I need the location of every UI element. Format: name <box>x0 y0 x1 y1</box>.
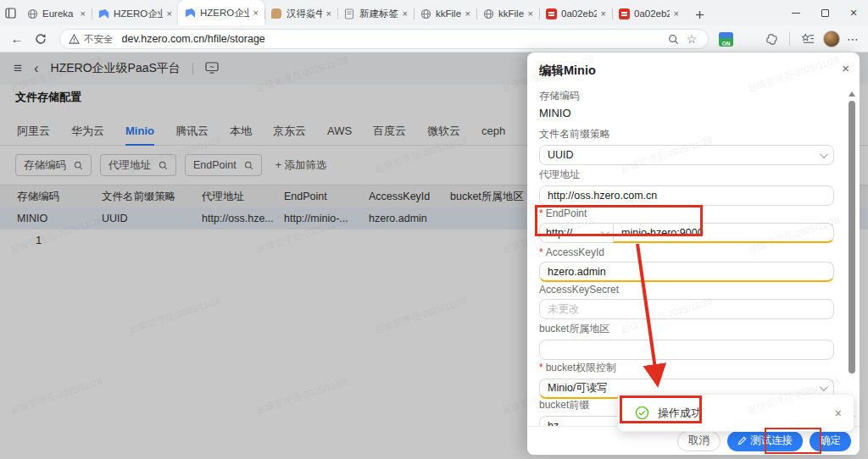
ok-button[interactable]: 确定 <box>810 431 851 451</box>
browser-tab[interactable]: Eureka × <box>20 2 92 25</box>
toast-message: 操作成功 <box>658 406 835 421</box>
field-label: 存储编码 <box>539 90 580 102</box>
extensions-icon[interactable] <box>760 33 783 46</box>
zoom-icon[interactable] <box>664 34 682 45</box>
access-key-id-input[interactable] <box>539 262 834 282</box>
browser-menu-icon[interactable]: ⋯ <box>843 32 863 46</box>
tab-title: 汉得焱牛开 <box>287 8 322 20</box>
minimize-button[interactable] <box>782 0 810 25</box>
prefix-policy-select[interactable]: UUID <box>539 145 834 165</box>
field-label: bucket前缀 <box>539 399 589 411</box>
browser-tab-active[interactable]: HZERO企业 × <box>178 0 264 25</box>
field-proxy-address: 代理地址 <box>539 168 834 206</box>
extension-on-badge[interactable]: ON <box>719 32 733 47</box>
handy-favicon <box>270 8 282 19</box>
close-tab-icon[interactable]: × <box>253 8 259 18</box>
pdf-favicon <box>545 8 557 19</box>
page-favicon <box>343 8 355 19</box>
drawer-close-icon[interactable]: × <box>842 61 849 75</box>
maximize-button[interactable] <box>810 0 839 25</box>
profile-avatar[interactable] <box>823 30 840 47</box>
tab-actions-menu-icon[interactable] <box>0 0 20 25</box>
chevron-down-icon <box>820 383 828 391</box>
toolbar-divider <box>789 32 790 46</box>
tab-title: 新建标签页 <box>359 8 398 20</box>
url-text[interactable]: dev.hzero.com.cn/hfile/storage <box>122 33 665 45</box>
drawer-scrollbar[interactable] <box>847 90 857 421</box>
close-tab-icon[interactable]: × <box>167 8 172 19</box>
close-tab-icon[interactable]: × <box>528 8 533 19</box>
field-bucket-region: bucket所属地区 <box>539 322 834 360</box>
close-tab-icon[interactable]: × <box>465 8 470 19</box>
browser-tab[interactable]: 0a02eb22 × <box>612 2 685 25</box>
window-controls: × <box>782 0 868 25</box>
hzero-favicon <box>184 7 196 19</box>
field-access-key-id: *AccessKeyId <box>539 246 834 282</box>
close-tab-icon[interactable]: × <box>81 8 86 19</box>
close-tab-icon[interactable]: × <box>674 8 679 19</box>
chevron-down-icon <box>820 150 828 158</box>
field-prefix-policy: 文件名前缀策略 UUID <box>539 127 834 165</box>
tab-strip: Eureka × HZERO企业 × HZERO企业 × 汉得焱牛开 × 新建标… <box>20 0 685 25</box>
browser-tab[interactable]: 汉得焱牛开 × <box>264 2 337 25</box>
field-endpoint: *EndPoint http:// <box>539 207 834 243</box>
refresh-icon[interactable] <box>29 33 53 45</box>
globe-icon <box>26 8 38 19</box>
tab-title: HZERO企业 <box>200 7 249 19</box>
back-icon[interactable]: ← <box>5 31 29 46</box>
toast-close-icon[interactable]: × <box>835 406 842 420</box>
hzero-favicon <box>97 8 109 19</box>
globe-icon <box>420 8 431 19</box>
access-key-secret-input[interactable] <box>539 299 834 319</box>
storage-code-value: MINIO <box>539 107 834 119</box>
proxy-address-input[interactable] <box>539 185 834 206</box>
new-tab-button[interactable] <box>688 3 710 25</box>
endpoint-input[interactable] <box>613 223 834 243</box>
required-asterisk: * <box>539 246 543 258</box>
tab-title: 0a02eb22 <box>634 8 670 19</box>
browser-tab[interactable]: 0a02eb22 × <box>539 2 612 25</box>
tab-title: Eureka <box>42 8 76 19</box>
browser-tab[interactable]: HZERO企业 × <box>92 2 178 25</box>
security-label[interactable]: 不安全 <box>84 33 114 46</box>
scrollbar-thumb[interactable] <box>849 101 855 373</box>
field-storage-code: 存储编码 MINIO <box>539 89 834 119</box>
tab-title: kkFileView <box>436 8 461 19</box>
insecure-warning-icon <box>69 34 80 44</box>
endpoint-protocol-select[interactable]: http:// <box>539 223 614 243</box>
selected-value: UUID <box>548 149 820 161</box>
success-toast: 操作成功 × <box>617 394 854 432</box>
field-access-key-secret: AccessKeySecret <box>539 284 834 319</box>
field-label: AccessKeySecret <box>539 284 619 296</box>
field-label: EndPoint <box>546 207 587 219</box>
close-tab-icon[interactable]: × <box>403 8 408 19</box>
close-tab-icon[interactable]: × <box>326 8 331 19</box>
browser-tab[interactable]: 新建标签页 × <box>337 2 414 25</box>
browser-tab[interactable]: kkFileView × <box>476 2 539 25</box>
check-circle-icon <box>635 406 649 420</box>
close-window-button[interactable]: × <box>839 0 868 25</box>
pdf-favicon <box>618 8 630 19</box>
field-label: 文件名前缀策略 <box>539 128 610 140</box>
page: ≡ ‹ HZERO企业级PaaS平台 文件存储配置 阿里云 华为云 Minio … <box>0 53 868 459</box>
tab-title: 0a02eb22 <box>561 8 597 19</box>
globe-icon <box>482 8 494 19</box>
cancel-button[interactable]: 取消 <box>677 431 721 451</box>
scroll-up-icon[interactable] <box>849 91 855 97</box>
browser-toolbar: ← 不安全 dev.hzero.com.cn/hfile/storage ☆ O… <box>0 25 868 53</box>
field-label: 代理地址 <box>539 169 580 180</box>
test-connection-button[interactable]: 测试连接 <box>727 431 803 451</box>
selected-value: http:// <box>546 227 601 239</box>
address-bar[interactable]: 不安全 dev.hzero.com.cn/hfile/storage ☆ <box>59 29 709 49</box>
browser-titlebar: Eureka × HZERO企业 × HZERO企业 × 汉得焱牛开 × 新建标… <box>0 0 868 25</box>
favorites-collections-icon[interactable] <box>796 33 820 46</box>
field-label: AccessKeyId <box>546 246 604 258</box>
drawer-title: 编辑Minio <box>539 63 596 79</box>
browser-tab[interactable]: kkFileView × <box>414 2 476 25</box>
chevron-down-icon <box>601 228 609 236</box>
field-label: bucket所属地区 <box>539 323 609 335</box>
bucket-region-input[interactable] <box>539 340 834 360</box>
favorite-star-icon[interactable]: ☆ <box>682 32 701 46</box>
close-tab-icon[interactable]: × <box>601 8 606 19</box>
pencil-icon <box>737 436 747 445</box>
